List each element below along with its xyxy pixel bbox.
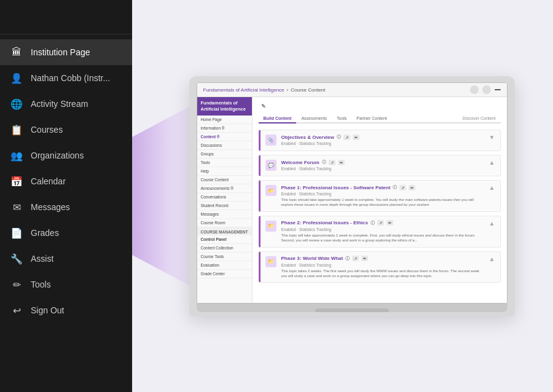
main-area: Fundamentals of Artificial Intelligence … [132,0,553,392]
edit-icon[interactable]: ✎ [261,103,266,109]
item-badge: ↗ [399,185,406,190]
screen-sidebar-item[interactable]: Groups [197,150,252,159]
screen-sidebar-header: Fundamentals of Artificial Intelligence [197,97,252,116]
content-item-icon: 📁 [265,221,276,232]
breadcrumb-section: Course Content [291,87,325,93]
item-edit-badge: ✏ [386,220,393,225]
content-item-actions: ▲ [489,159,495,166]
content-item-actions: ▲ [489,256,495,262]
profile-icon: 👤 [10,71,23,85]
screen-sidebar-item[interactable]: Grade Center [197,270,252,278]
content-item-objectives: 📎 Objectives & Overview ⓘ ↗ ✏ Enabled · … [259,130,501,151]
sidebar-item-institution[interactable]: 🏛 Institution Page [0,39,132,65]
sidebar-item-profile[interactable]: 👤 Nathan Cobb (Instr... [0,65,132,91]
content-item-icon: 📁 [265,185,276,196]
content-item-icon: 📎 [265,135,276,146]
sidebar-item-assist[interactable]: 🔧 Assist [0,246,132,272]
sidebar-item-organizations[interactable]: 👥 Organizations [0,143,132,168]
chevron-icon[interactable]: ▼ [489,134,495,141]
help-icon[interactable] [482,85,491,94]
institution-icon: 🏛 [10,45,23,59]
sidebar-label-courses: Courses [31,125,63,135]
sidebar-item-tools[interactable]: ✏ Tools [0,272,132,297]
sidebar-item-courses[interactable]: 📋 Courses [0,117,132,143]
content-item-icon: 💬 [265,160,276,171]
chevron-icon[interactable]: ▲ [489,256,495,262]
sidebar-label-grades: Grades [31,228,59,238]
screen-sidebar-item[interactable]: Content Collection [197,244,252,253]
info-icon: ⓘ [345,256,350,262]
screen-sidebar-item[interactable]: Home Page [197,116,252,124]
sidebar-item-calendar[interactable]: 📅 Calendar [0,168,132,194]
content-item-actions: ▼ [489,134,495,141]
screen-sidebar-item[interactable]: Course Content [197,176,252,184]
info-icon: ⓘ [393,184,397,190]
signout-icon: ↩ [10,304,23,317]
laptop-mockup: Fundamentals of Artificial Intelligence … [189,76,515,316]
content-items-list: 📎 Objectives & Overview ⓘ ↗ ✏ Enabled · … [259,130,501,283]
laptop-screen-inner: Fundamentals of Artificial Intelligence … [197,82,508,304]
courses-icon: 📋 [10,123,23,136]
chevron-icon[interactable]: ▲ [489,159,495,166]
screen-sidebar: Fundamentals of Artificial IntelligenceH… [197,97,253,303]
content-item-body: Objectives & Overview ⓘ ↗ ✏ Enabled · St… [281,134,484,147]
tab-discover-content[interactable]: Discover Content [458,114,501,123]
sidebar-label-calendar: Calendar [31,176,66,186]
breadcrumb: Fundamentals of Artificial Intelligence … [203,87,326,93]
content-item-body: Phase 1: Professional Issues - Software … [281,184,484,208]
tab-tools[interactable]: Tools [332,114,351,123]
tab-assessments[interactable]: Assessments [296,114,332,123]
item-edit-badge: ✏ [409,185,415,190]
content-item-title[interactable]: Phase 3: World Wide What ⓘ ↗ ✏ [281,256,484,262]
screen-content: Fundamentals of Artificial IntelligenceH… [197,97,507,303]
screen-sidebar-item[interactable]: Messages [197,210,252,219]
screen-sidebar-item[interactable]: Conversations [197,193,252,202]
content-item-title[interactable]: Welcome Forum ⓘ ↗ ✏ [281,159,484,165]
chevron-icon[interactable]: ▲ [489,184,495,191]
sidebar-label-organizations: Organizations [31,151,84,160]
screen-sidebar-item[interactable]: Help [197,167,252,176]
item-badge: ↗ [377,220,384,225]
activity-icon: 🌐 [10,97,23,111]
screen-sidebar-item[interactable]: Evaluation [197,261,252,270]
chevron-icon[interactable]: ▲ [489,220,495,227]
sidebar-item-messages[interactable]: ✉ Messages [0,194,132,220]
breadcrumb-course[interactable]: Fundamentals of Artificial Intelligence [203,87,284,93]
screen-sidebar-item[interactable]: Student Record [197,202,252,210]
screen-sidebar-item[interactable]: Content ® [197,133,252,141]
screen-sidebar-item[interactable]: Tools [197,159,252,167]
screen-sidebar-item[interactable]: Discussions [197,141,252,150]
content-item-icon: 📁 [265,256,276,267]
sidebar-label-signout: Sign Out [31,305,64,315]
screen-sidebar-item[interactable]: Information ® [197,124,252,133]
content-item-desc: This topic takes 2 weeks. The first week… [281,269,484,279]
content-item-title[interactable]: Objectives & Overview ⓘ ↗ ✏ [281,134,484,140]
screen-sidebar-item[interactable]: Course Room [197,219,252,227]
content-item-status: Enabled · Statistics Tracking [281,192,484,196]
tab-build-content[interactable]: Build Content [259,114,297,123]
content-item-title[interactable]: Phase 2: Professional Issues - Ethics ⓘ … [281,220,484,226]
item-edit-badge: ✏ [338,160,345,165]
content-item-phase3: 📁 Phase 3: World Wide What ⓘ ↗ ✏ Enabled… [259,251,501,283]
sidebar-label-messages: Messages [31,202,70,212]
sidebar-section: Course Management [197,227,252,235]
sidebar-item-grades[interactable]: 📄 Grades [0,220,132,246]
screen-sidebar-item[interactable]: Course Tools [197,253,252,261]
tab-partner-content[interactable]: Partner Content [351,114,391,123]
messages-icon: ✉ [10,200,23,214]
content-item-desc: This topic will take approximately 1 wee… [281,233,484,243]
laptop-screen-outer: Fundamentals of Artificial Intelligence … [189,76,515,316]
sidebar-item-signout[interactable]: ↩ Sign Out [0,297,132,323]
screen-tabs: Build ContentAssessmentsToolsPartner Con… [259,114,501,123]
content-item-body: Phase 2: Professional Issues - Ethics ⓘ … [281,220,484,243]
user-name-badge[interactable] [495,89,501,90]
content-item-title[interactable]: Phase 1: Professional Issues - Software … [281,184,484,190]
info-icon: ⓘ [371,220,375,226]
item-edit-badge: ✏ [361,256,368,261]
sidebar-item-activity[interactable]: 🌐 Activity Stream [0,91,132,117]
content-item-status: Enabled · Statistics Tracking [281,141,484,146]
search-icon[interactable] [470,85,479,94]
screen-sidebar-item[interactable]: Announcements ® [197,184,252,193]
screen-sidebar-item[interactable]: Control Panel [197,235,252,244]
screen-topbar: Fundamentals of Artificial Intelligence … [197,83,507,97]
